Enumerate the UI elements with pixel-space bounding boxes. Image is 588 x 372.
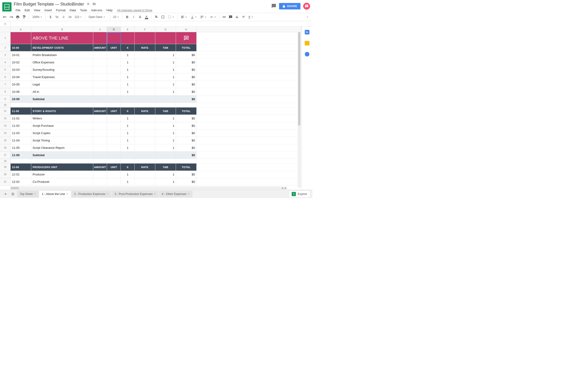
row-header-11[interactable]: 11 [0, 107, 10, 115]
grid-cell[interactable]: 1 [155, 137, 176, 144]
grid-cell[interactable] [93, 52, 107, 59]
grid-cell[interactable] [93, 115, 107, 122]
text-color-button[interactable]: A [144, 14, 149, 20]
grid-cell[interactable] [107, 81, 121, 88]
grid-cell[interactable]: $0 [176, 122, 197, 130]
grid-cell[interactable]: 11-03 [10, 130, 31, 137]
row-header-19[interactable]: 19 [0, 164, 10, 171]
grid-cell[interactable]: UNIT [107, 164, 121, 171]
row-header-2[interactable]: 2 [0, 44, 10, 52]
h-align-button[interactable]: ▼ [179, 14, 189, 20]
menu-tools[interactable]: Tools [78, 8, 89, 13]
grid-cell[interactable]: 1 [155, 144, 176, 152]
grid-cell[interactable]: $0 [176, 115, 197, 122]
grid-cell[interactable] [93, 95, 107, 103]
font-size-dropdown[interactable]: 10▼ [112, 14, 120, 20]
tasks-icon[interactable] [305, 52, 309, 56]
grid-cell[interactable]: All in [31, 88, 93, 95]
grid-cell[interactable] [107, 95, 121, 103]
grid-cell-empty[interactable] [197, 122, 301, 130]
h-scroll-thumb[interactable] [10, 187, 19, 189]
banner-cell[interactable] [93, 32, 107, 44]
grid-cell[interactable] [135, 152, 155, 159]
row-header-16[interactable]: 16 [0, 144, 10, 152]
row-header-8[interactable]: 8 [0, 88, 10, 95]
grid-cell[interactable]: UNIT [107, 107, 121, 115]
grid-cell[interactable]: Prelim Breakdown [31, 52, 93, 59]
grid-cell[interactable]: 1 [121, 130, 135, 137]
grid-cell[interactable] [107, 115, 121, 122]
comment-toolbar-button[interactable] [228, 14, 234, 20]
row-header-1[interactable]: 1 [0, 32, 10, 44]
merge-button[interactable]: ▼ [166, 14, 176, 20]
keep-icon[interactable] [305, 41, 309, 45]
grid-cell[interactable] [135, 137, 155, 144]
grid-cell[interactable] [107, 103, 121, 107]
calendar-icon[interactable] [305, 30, 309, 34]
grid-cell[interactable] [107, 137, 121, 144]
grid-cell[interactable] [135, 103, 155, 107]
grid-cell[interactable]: 11-04 [10, 137, 31, 144]
grid-cell[interactable]: 1 [155, 115, 176, 122]
grid-cell[interactable]: AMOUNT [93, 164, 107, 171]
grid-cell[interactable]: $0 [176, 88, 197, 95]
grid-cell[interactable]: 10-01 [10, 52, 31, 59]
sheet-tab[interactable]: 4 - Other Expenses▼ [159, 191, 192, 197]
grid-cell-empty[interactable] [197, 159, 301, 164]
column-header-F[interactable]: F [135, 27, 155, 32]
grid-cell[interactable]: 1 [121, 115, 135, 122]
banner-cell[interactable] [135, 32, 155, 44]
grid-cell[interactable] [93, 122, 107, 130]
grid-cell[interactable]: 10-06 [10, 88, 31, 95]
grid-cell[interactable]: 11-05 [10, 144, 31, 152]
wrap-button[interactable]: ▼ [199, 14, 208, 20]
link-button[interactable] [221, 14, 227, 20]
grid-cell[interactable] [176, 159, 197, 164]
grid-cell[interactable] [135, 144, 155, 152]
grid-cell[interactable]: 10-05 [10, 81, 31, 88]
grid-cell[interactable]: 12-02 [10, 178, 31, 186]
grid-cell[interactable]: Subtotal [31, 152, 93, 159]
grid-cell[interactable]: TAB [155, 44, 176, 52]
menu-edit[interactable]: Edit [23, 8, 32, 13]
grid-cell[interactable]: X [121, 164, 135, 171]
bold-button[interactable]: B [124, 14, 130, 20]
row-header-18[interactable]: 18 [0, 159, 10, 164]
grid-cell[interactable]: 1 [155, 88, 176, 95]
zoom-dropdown[interactable]: 100%▼ [31, 14, 44, 20]
grid-cell[interactable]: 1 [121, 122, 135, 130]
fill-color-button[interactable] [153, 14, 159, 20]
grid-cell[interactable] [31, 159, 93, 164]
grid-cell[interactable]: 10-03 [10, 66, 31, 73]
banner-cell[interactable] [155, 32, 176, 44]
grid-cell[interactable]: 10-04 [10, 73, 31, 81]
grid-cell-empty[interactable] [197, 44, 301, 52]
row-header-5[interactable]: 5 [0, 66, 10, 73]
grid-cell[interactable]: DEVELOPMENT COSTS [31, 44, 93, 52]
row-header-4[interactable]: 4 [0, 59, 10, 66]
share-button[interactable]: SHARE [279, 3, 300, 10]
grid-cell[interactable] [10, 159, 31, 164]
grid-cell[interactable]: 1 [155, 66, 176, 73]
borders-button[interactable] [160, 14, 166, 20]
grid-cell[interactable] [135, 130, 155, 137]
row-header-21[interactable]: 21 [0, 178, 10, 186]
grid-cell[interactable] [107, 178, 121, 186]
grid-cell[interactable]: 1 [155, 178, 176, 186]
grid-cell[interactable]: 1 [121, 88, 135, 95]
grid-cell[interactable]: 11-00 [10, 152, 31, 159]
grid-cell[interactable]: 1 [121, 59, 135, 66]
grid-cell[interactable] [107, 152, 121, 159]
row-header-6[interactable]: 6 [0, 73, 10, 81]
account-badge[interactable] [303, 3, 310, 10]
grid-cell[interactable]: Subtotal [31, 95, 93, 103]
column-header-A[interactable]: A [10, 27, 31, 32]
grid-cell-empty[interactable] [197, 81, 301, 88]
grid-cell[interactable] [93, 81, 107, 88]
grid-cell[interactable]: $0 [176, 178, 197, 186]
redo-button[interactable] [8, 14, 14, 20]
h-scroll-left-icon[interactable]: ◀ [281, 186, 284, 190]
menu-add-ons[interactable]: Add-ons [89, 8, 104, 13]
grid-cell[interactable] [155, 152, 176, 159]
grid-cell[interactable] [135, 95, 155, 103]
